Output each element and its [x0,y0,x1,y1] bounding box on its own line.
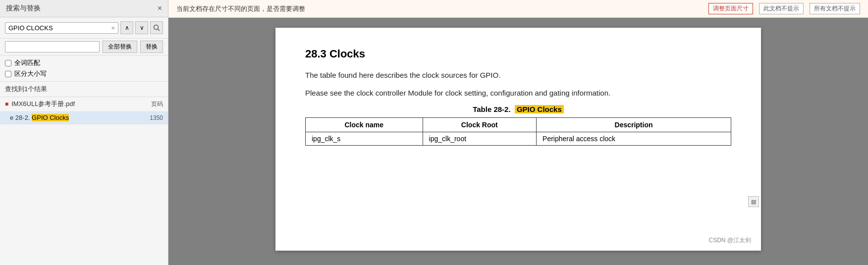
table-header-row: Clock name Clock Root Description [306,118,731,132]
options-row: 全词匹配 区分大小写 [0,55,168,82]
whole-word-checkbox[interactable] [5,60,11,66]
svg-line-1 [158,29,160,31]
no-prompt-this-doc-button[interactable]: 此文档不提示 [759,3,804,14]
cell-description: Peripheral access clock [537,132,731,146]
watermark: CSDN @江太剑 [708,236,751,245]
cell-clock-name: ipg_clk_s [306,132,423,146]
main-area: 当前文档存在尺寸不同的页面，是否需要调整 调整页面尺寸 此文档不提示 所有文档不… [168,0,868,265]
table-title-highlight: GPIO Clocks [515,105,564,113]
case-sensitive-label: 区分大小写 [14,69,47,78]
pdf-page: 28.3 Clocks The table found here describ… [275,28,761,251]
body-paragraph-2: Please see the clock controller Module f… [305,87,731,99]
search-clear-icon[interactable]: × [111,24,115,32]
notification-bar: 当前文档存在尺寸不同的页面，是否需要调整 调整页面尺寸 此文档不提示 所有文档不… [168,0,868,18]
col-header-clock-name: Clock name [306,118,423,132]
replace-button[interactable]: 替换 [140,41,163,53]
body-paragraph-1: The table found here describes the clock… [305,69,731,81]
pdf-viewport: 28.3 Clocks The table found here describ… [168,18,868,265]
case-sensitive-option[interactable]: 区分大小写 [5,69,163,78]
search-icon [153,24,160,31]
result-item[interactable]: e 28-2. GPIO Clocks 1350 [0,111,168,124]
close-button[interactable]: × [158,4,162,12]
file-entry: ■ IMX6ULL参考手册.pdf 页码 [0,97,168,111]
no-prompt-all-docs-button[interactable]: 所有文档不提示 [810,3,860,14]
search-up-button[interactable]: ∧ [120,21,133,34]
results-summary: 查找到1个结果 [0,82,168,97]
notification-text: 当前文档存在尺寸不同的页面，是否需要调整 [176,4,703,13]
cell-clock-root: ipg_clk_root [423,132,537,146]
search-bar: × ∧ ∨ [0,17,168,39]
sidebar: 搜索与替换 × × ∧ ∨ 全部替换 替换 全词匹配 区分大小写 查找到1 [0,0,168,265]
case-sensitive-checkbox[interactable] [5,71,11,77]
svg-point-0 [154,25,159,30]
data-table: Clock name Clock Root Description ipg_cl… [305,117,731,146]
search-down-button[interactable]: ∨ [135,21,148,34]
replace-input[interactable] [5,41,100,53]
col-header-description: Description [537,118,731,132]
col-header-clock-root: Clock Root [423,118,537,132]
search-input-wrap: × [5,22,118,34]
result-page: 1350 [150,114,163,121]
table-row: ipg_clk_s ipg_clk_root Peripheral access… [306,132,731,146]
table-title: Table 28-2. GPIO Clocks [305,105,731,113]
whole-word-label: 全词匹配 [14,58,40,67]
file-name: IMX6ULL参考手册.pdf [11,100,148,108]
file-page-label: 页码 [151,100,163,108]
result-highlight: GPIO Clocks [32,114,69,121]
replace-row: 全部替换 替换 [0,39,168,55]
table-title-prefix: Table 28-2. [473,105,510,113]
whole-word-option[interactable]: 全词匹配 [5,58,163,67]
file-icon: ■ [5,101,8,107]
result-text: e 28-2. GPIO Clocks [10,114,150,121]
section-title: 28.3 Clocks [305,48,731,60]
sidebar-header: 搜索与替换 × [0,0,168,17]
search-input[interactable] [8,24,110,32]
sidebar-title: 搜索与替换 [6,4,41,13]
page-icon[interactable]: ▤ [748,196,759,207]
search-button[interactable] [150,21,163,34]
replace-all-button[interactable]: 全部替换 [103,41,137,53]
adjust-page-size-button[interactable]: 调整页面尺寸 [708,3,753,14]
